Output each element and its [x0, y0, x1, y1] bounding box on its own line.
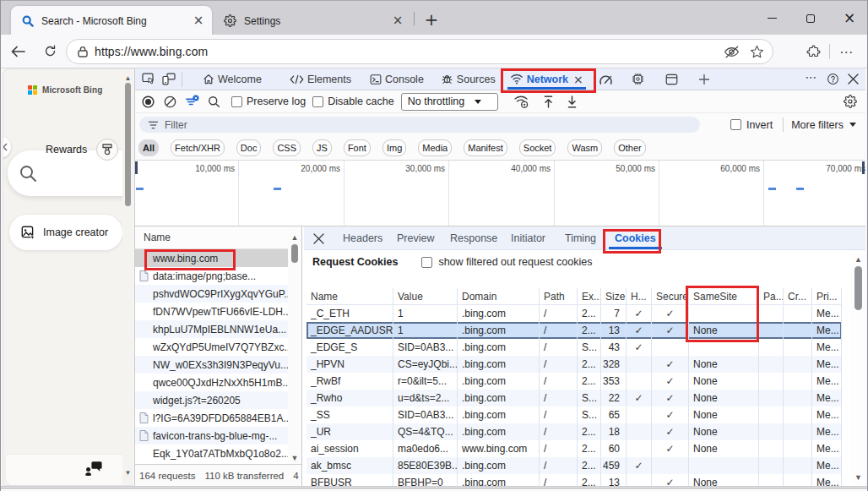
scrollbar-thumb[interactable]	[854, 266, 862, 310]
devtools-help-icon[interactable]	[822, 69, 843, 90]
devtools-tab-console[interactable]: Console	[364, 68, 430, 90]
clear-network-log-button[interactable]	[159, 90, 181, 112]
column-header-path[interactable]: Path	[540, 288, 578, 304]
network-overview-timeline[interactable]: 10,000 ms20,000 ms30,000 ms40,000 ms50,0…	[135, 160, 866, 226]
request-row[interactable]: fDN7WVpewTtFU66vIE-LDH...	[135, 303, 289, 320]
request-row[interactable]: widget.js?t=260205	[135, 391, 289, 409]
import-har-button[interactable]	[537, 90, 559, 112]
request-row[interactable]: data:image/png;base...	[135, 267, 289, 285]
devtools-more-icon[interactable]: ⋯	[800, 70, 823, 89]
chip-socket[interactable]: Socket	[519, 139, 556, 156]
browser-menu-button[interactable]: ...	[838, 41, 862, 62]
filter-input[interactable]: Filter	[139, 117, 700, 133]
scrollbar-up-icon[interactable]: ▲	[288, 232, 301, 243]
close-button[interactable]: ×	[830, 2, 868, 35]
chip-manifest[interactable]: Manifest	[464, 139, 507, 156]
request-list-scrollbar[interactable]: ▲ ▼	[288, 226, 301, 464]
request-row[interactable]: Eqk_1Y0at7ATbMxbQ1o8o2...	[135, 445, 289, 462]
request-row[interactable]: khpLuU7MpIEBLNNW1eUa...	[135, 320, 289, 338]
network-search-button[interactable]	[203, 90, 225, 112]
scrollbar-down-icon[interactable]: ▼	[851, 472, 865, 483]
invert-checkbox[interactable]	[730, 119, 741, 130]
network-settings-gear-icon[interactable]	[839, 90, 861, 112]
detail-tab-initiator[interactable]: Initiator	[511, 226, 545, 250]
devtools-tab-welcome[interactable]: Welcome	[197, 68, 268, 90]
detail-tab-response[interactable]: Response	[450, 226, 497, 250]
chip-all[interactable]: All	[138, 139, 159, 156]
chip-css[interactable]: CSS	[273, 139, 301, 156]
request-row[interactable]: www.bing.com	[135, 249, 289, 267]
extensions-puzzle-icon[interactable]	[806, 45, 821, 59]
request-row[interactable]: wZxQYdP5UmeIV7Q7YBZxc...	[135, 338, 289, 356]
request-row[interactable]: favicon-trans-bg-blue-mg-...	[135, 427, 289, 445]
close-detail-icon[interactable]	[307, 226, 329, 250]
browser-tab-bing[interactable]: Search - Microsoft Bing ×	[11, 6, 212, 35]
chip-img[interactable]: Img	[382, 139, 406, 156]
application-panel-icon[interactable]	[662, 69, 682, 90]
timeline-window-handle[interactable]	[135, 161, 138, 174]
record-network-log-button[interactable]	[137, 90, 159, 112]
chip-doc[interactable]: Doc	[236, 139, 262, 156]
url-bar[interactable]: https://www.bing.com	[66, 39, 773, 64]
chip-media[interactable]: Media	[418, 139, 452, 156]
cookie-row[interactable]: _Rwhou=d&ts=2....bing.com/S...22✓✓NoneMe…	[307, 390, 842, 406]
cookie-row[interactable]: _URQS=4&TQ....bing.com/2...18✓NoneMe...	[307, 423, 842, 440]
feedback-button[interactable]	[84, 460, 103, 477]
disable-cache-checkbox[interactable]	[312, 96, 323, 107]
minimize-button[interactable]	[752, 2, 791, 35]
refresh-button[interactable]	[38, 40, 62, 63]
cookie-row[interactable]: _HPVNCS=eyJQbi....bing.com/2...328✓NoneM…	[307, 356, 842, 373]
filter-toggle-button[interactable]	[181, 90, 203, 112]
column-header-domain[interactable]: Domain	[458, 288, 540, 304]
scrollbar-thumb[interactable]	[291, 244, 298, 263]
column-header-name[interactable]: Name	[307, 288, 393, 304]
page-scrollbar[interactable]: ▲ ▼	[122, 69, 133, 485]
cookie-row[interactable]: _EDGE_SSID=0AB3....bing.com/S...43✓Me...	[307, 339, 842, 356]
column-header-value[interactable]: Value	[393, 288, 458, 304]
request-list-header[interactable]: Name	[135, 226, 302, 249]
cookie-row[interactable]: BFBUSRBFBHP=0.bing.com/2...13✓NoneMe...	[307, 474, 842, 486]
column-header-pri[interactable]: Pri...	[812, 288, 842, 304]
new-tab-button[interactable]: +	[421, 9, 442, 30]
maximize-button[interactable]	[791, 2, 830, 35]
tracking-prevention-icon[interactable]	[724, 46, 740, 58]
devtools-tab-sources[interactable]: Sources	[435, 68, 502, 90]
cookie-row[interactable]: _SSSID=0AB3....bing.com/S...65✓NoneMe...	[307, 406, 842, 423]
preserve-log-checkbox[interactable]	[231, 96, 242, 107]
chip-fetch-xhr[interactable]: Fetch/XHR	[171, 139, 225, 156]
timeline-window-handle[interactable]	[862, 161, 865, 174]
cookie-row[interactable]: ai_sessionma0edo6...www.bing.com/2...60✓…	[307, 440, 842, 457]
tab-close-icon[interactable]: ×	[391, 14, 404, 28]
devtools-tab-elements[interactable]: Elements	[284, 68, 357, 90]
more-filters-label[interactable]: More filters	[791, 119, 844, 131]
browser-tab-settings[interactable]: Settings ×	[214, 6, 411, 35]
url-text[interactable]: https://www.bing.com	[95, 45, 208, 58]
scrollbar-thumb[interactable]	[125, 83, 131, 206]
sidebar-toggle-button[interactable]	[3, 136, 11, 158]
column-header-ex[interactable]: Ex...	[578, 288, 601, 304]
request-row[interactable]: pshvdWOC9PrIXygXqvYGuP...	[135, 285, 289, 303]
devtools-tab-network[interactable]: Network ×	[504, 68, 589, 90]
cookie-row[interactable]: _RwBfr=0&ilt=5....bing.com/2...353✓NoneM…	[307, 373, 842, 390]
chip-font[interactable]: Font	[344, 139, 371, 156]
detail-tab-headers[interactable]: Headers	[343, 226, 382, 250]
throttling-dropdown[interactable]: No throttling	[401, 93, 498, 111]
favorites-star-icon[interactable]	[750, 45, 764, 58]
cookie-row[interactable]: _EDGE_AADUSR1.bing.com/2...13✓✓NoneMe...	[307, 322, 842, 339]
column-header-secure[interactable]: Secure	[652, 288, 689, 304]
rewards-widget[interactable]: Rewards	[46, 139, 118, 161]
cookie-row[interactable]: _C_ETH1.bing.com/2...7✓✓Me...	[307, 305, 842, 322]
column-header-samesite[interactable]: SameSite	[689, 288, 759, 304]
cookies-scrollbar[interactable]: ▲ ▼	[851, 254, 865, 485]
network-conditions-button[interactable]	[510, 90, 532, 112]
request-row[interactable]: NW_w0EXs3h3I9N3PeqyVu...	[135, 356, 289, 374]
tab-close-icon[interactable]: ×	[192, 14, 205, 28]
scrollbar-up-icon[interactable]: ▲	[851, 254, 865, 265]
image-creator-button[interactable]: Image creator	[9, 215, 122, 250]
performance-gauge-icon[interactable]	[596, 69, 616, 90]
export-har-button[interactable]	[561, 90, 583, 112]
memory-chip-icon[interactable]	[628, 69, 648, 90]
inspect-element-button[interactable]	[138, 69, 159, 90]
column-header-cr[interactable]: Cr...	[784, 288, 812, 304]
add-tool-plus-icon[interactable]	[694, 69, 714, 90]
